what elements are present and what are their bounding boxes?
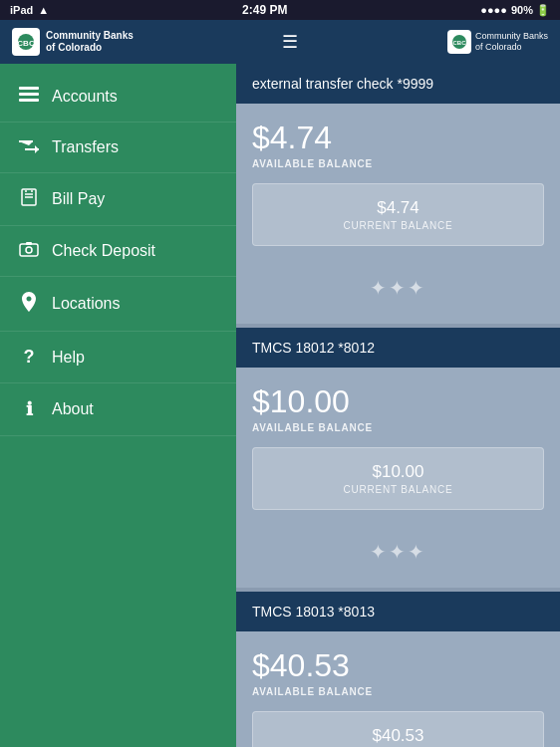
account-1-spinner: ✦✦✦	[252, 260, 544, 308]
account-card-1: external transfer check *9999 $4.74 AVAI…	[236, 64, 560, 324]
help-icon: ?	[18, 347, 40, 368]
account-card-2: TMCS 18012 *8012 $10.00 AVAILABLE BALANC…	[236, 328, 560, 588]
account-card-1-header: external transfer check *9999	[236, 64, 560, 104]
accounts-icon	[18, 87, 40, 107]
account-card-3-body: $40.53 AVAILABLE BALANCE $40.53 CURRENT …	[236, 631, 560, 747]
sidebar-label-bill-pay: Bill Pay	[52, 190, 105, 208]
accounts-content: external transfer check *9999 $4.74 AVAI…	[236, 64, 560, 747]
svg-point-17	[26, 247, 32, 253]
status-right: ●●●● 90% 🔋	[480, 4, 550, 17]
account-1-available-amount: $4.74	[252, 120, 544, 156]
sidebar-label-check-deposit: Check Deposit	[52, 242, 155, 260]
battery-label: 90% 🔋	[511, 4, 550, 17]
sidebar: Accounts Transfers	[0, 64, 236, 747]
svg-text:CBC: CBC	[452, 40, 466, 46]
sidebar-item-check-deposit[interactable]: Check Deposit	[0, 226, 236, 277]
header-logo-left: CBC Community Banks of Colorado	[12, 28, 134, 56]
check-deposit-icon	[18, 241, 40, 261]
bill-pay-icon	[18, 188, 40, 210]
svg-rect-16	[20, 244, 38, 256]
app-header: CBC Community Banks of Colorado ☰ CBC Co…	[0, 20, 560, 64]
sidebar-label-accounts: Accounts	[52, 88, 118, 106]
account-2-current-amount: $10.00	[269, 462, 527, 482]
account-card-1-body: $4.74 AVAILABLE BALANCE $4.74 CURRENT BA…	[236, 104, 560, 324]
sidebar-item-locations[interactable]: Locations	[0, 277, 236, 332]
account-2-available-label: AVAILABLE BALANCE	[252, 422, 544, 433]
status-left: iPad ▲	[10, 4, 49, 16]
account-2-title: TMCS 18012 *8012	[252, 340, 375, 356]
svg-text:CBC: CBC	[17, 39, 35, 48]
account-2-current-label: CURRENT BALANCE	[269, 484, 527, 495]
account-3-available-amount: $40.53	[252, 647, 544, 684]
spinner-icon-2: ✦✦✦	[370, 540, 426, 564]
svg-rect-4	[19, 87, 39, 90]
svg-rect-5	[19, 93, 39, 96]
account-3-current-box[interactable]: $40.53 CURRENT BALANCE	[252, 711, 544, 747]
account-3-available-label: AVAILABLE BALANCE	[252, 686, 544, 697]
account-card-3: TMCS 18013 *8013 $40.53 AVAILABLE BALANC…	[236, 592, 560, 747]
account-1-current-box[interactable]: $4.74 CURRENT BALANCE	[252, 183, 544, 246]
spinner-icon-1: ✦✦✦	[370, 276, 426, 300]
sidebar-item-bill-pay[interactable]: Bill Pay	[0, 173, 236, 226]
account-1-current-amount: $4.74	[269, 198, 527, 218]
sidebar-item-transfers[interactable]: Transfers	[0, 123, 236, 173]
logo-text: Community Banks of Colorado	[46, 30, 134, 54]
account-2-available-amount: $10.00	[252, 383, 544, 420]
account-1-available-label: AVAILABLE BALANCE	[252, 158, 544, 169]
sidebar-label-locations: Locations	[52, 295, 121, 313]
about-icon: ℹ	[18, 398, 40, 420]
svg-marker-10	[35, 145, 39, 153]
status-bar: iPad ▲ 2:49 PM ●●●● 90% 🔋	[0, 0, 560, 20]
device-label: iPad	[10, 4, 33, 16]
account-card-3-header: TMCS 18013 *8013	[236, 592, 560, 631]
account-2-current-box[interactable]: $10.00 CURRENT BALANCE	[252, 447, 544, 510]
account-1-current-label: CURRENT BALANCE	[269, 220, 527, 231]
sidebar-label-about: About	[52, 400, 94, 418]
svg-rect-6	[19, 99, 39, 102]
main-layout: Accounts Transfers	[0, 64, 560, 747]
sidebar-item-about[interactable]: ℹ About	[0, 383, 236, 436]
logo-icon: CBC	[12, 28, 40, 56]
account-3-title: TMCS 18013 *8013	[252, 604, 375, 620]
sidebar-label-transfers: Transfers	[52, 138, 119, 156]
wifi-icon: ▲	[38, 4, 49, 16]
hamburger-menu[interactable]: ☰	[282, 31, 298, 53]
account-card-2-body: $10.00 AVAILABLE BALANCE $10.00 CURRENT …	[236, 368, 560, 588]
header-right-logo-text: Community Banks of Colorado	[475, 31, 548, 53]
sidebar-item-help[interactable]: ? Help	[0, 332, 236, 383]
svg-rect-18	[26, 242, 32, 245]
header-logo-right: CBC Community Banks of Colorado	[447, 30, 548, 54]
sidebar-item-accounts[interactable]: Accounts	[0, 72, 236, 123]
time-display: 2:49 PM	[242, 3, 287, 17]
account-1-title: external transfer check *9999	[252, 76, 433, 92]
account-2-spinner: ✦✦✦	[252, 524, 544, 572]
signal-icon: ●●●●	[480, 4, 507, 16]
account-card-2-header: TMCS 18012 *8012	[236, 328, 560, 368]
account-3-current-amount: $40.53	[269, 726, 527, 746]
locations-icon	[18, 292, 40, 316]
transfers-icon	[18, 137, 40, 157]
sidebar-label-help: Help	[52, 349, 85, 367]
